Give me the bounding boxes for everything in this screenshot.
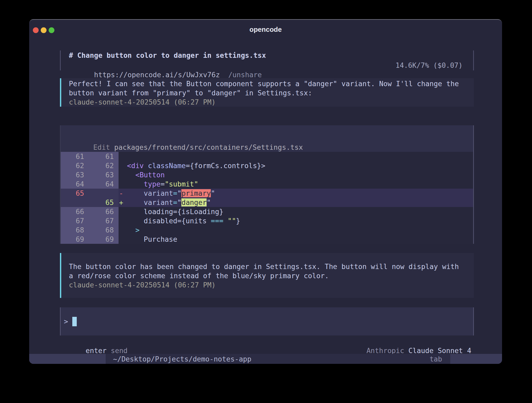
diff-new-line-number: 68: [84, 225, 114, 235]
diff-code-segment: ": [177, 198, 181, 206]
diff-new-line-number: [84, 189, 114, 198]
diff-code-segment: =: [173, 189, 177, 197]
unshare-command[interactable]: /unshare: [228, 71, 262, 79]
diff-code-segment: variant: [144, 198, 173, 206]
token-usage: 14.6K/7% ($0.07): [396, 60, 463, 70]
message-text-line: button variant from "primary" to "danger…: [69, 88, 474, 97]
footer: enter send Anthropic Claude Sonnet 4: [29, 335, 502, 345]
diff-old-line-number: 68: [61, 225, 84, 235]
diff-sign: -: [119, 189, 127, 198]
message-text-line: Perfect! I can see that the Button compo…: [69, 79, 474, 88]
diff-code-segment: <div: [127, 162, 144, 170]
diff-new-line-number: 67: [84, 216, 114, 225]
provider-label: Anthropic: [366, 347, 408, 355]
assistant-message: Perfect! I can see that the Button compo…: [60, 78, 474, 107]
diff-gutter: 6969: [61, 235, 119, 244]
prompt-input[interactable]: >: [60, 307, 474, 335]
diff-code-segment: primary: [181, 189, 211, 197]
mode-indicator[interactable]: BUILD MODE: [450, 354, 502, 364]
diff-code-segment: >: [135, 226, 140, 234]
diff-code-segment: variant: [144, 189, 173, 197]
diff-sign: [119, 170, 127, 179]
diff-sign: [119, 207, 127, 216]
assistant-message: The button color has been changed to dan…: [60, 253, 474, 298]
diff-code-segment: [127, 189, 144, 197]
diff-code-segment: className: [148, 162, 186, 170]
diff-code-segment: [127, 226, 135, 234]
diff-code: loading={isLoading}: [127, 207, 223, 216]
diff-gutter: 6262: [61, 161, 119, 170]
diff-old-line-number: 67: [61, 216, 84, 225]
diff-code: <div className={formCs.controls}>: [127, 161, 265, 170]
diff-gutter: 6868: [61, 225, 119, 235]
window-title: opencode: [29, 25, 502, 34]
diff-code-segment: [144, 162, 148, 170]
diff-row: 6666 loading={isLoading}: [61, 207, 473, 216]
diff-code: disabled={units === ""}: [127, 216, 240, 225]
status-bar: opencode v0.3.11 ~/Desktop/Projects/demo…: [29, 354, 502, 364]
diff-row: 6868 >: [61, 225, 473, 235]
diff-gutter: 65: [61, 198, 119, 207]
diff-code-segment: [127, 180, 144, 188]
diff-code: type="submit": [127, 179, 198, 189]
diff-code-segment: ": [207, 198, 211, 206]
diff-sign: [119, 216, 127, 225]
diff-gutter: 6666: [61, 207, 119, 216]
send-label: send: [107, 347, 128, 355]
app-name: opencode v0.3.11: [29, 354, 106, 364]
edit-file-path: packages/frontend/src/containers/Setting…: [114, 143, 303, 151]
diff-code: <Button: [127, 170, 165, 179]
diff-code-segment: [223, 217, 228, 225]
message-text-line: a red/rose color scheme instead of the b…: [69, 271, 474, 280]
diff-old-line-number: 61: [61, 152, 84, 161]
diff-sign: [119, 179, 127, 189]
diff-row: 6262<div className={formCs.controls}>: [61, 161, 473, 170]
enter-key-hint: enter: [86, 347, 107, 355]
edit-file-path: [110, 143, 114, 151]
diff-code-segment: disabled={units: [127, 217, 211, 225]
diff-code-segment: type: [144, 180, 161, 188]
diff-view: 61616262<div className={formCs.controls}…: [61, 152, 473, 244]
model-label: Claude Sonnet 4: [408, 347, 471, 355]
diff-old-line-number: 66: [61, 207, 84, 216]
diff-row: 6363 <Button: [61, 170, 473, 179]
diff-code-segment: ": [211, 189, 215, 197]
diff-sign: [119, 152, 127, 161]
diff-gutter: 65: [61, 189, 119, 198]
text-cursor: [72, 317, 77, 326]
diff-row: 6767 disabled={units === ""}: [61, 216, 473, 225]
window-titlebar: opencode: [29, 20, 502, 34]
diff-gutter: 6464: [61, 179, 119, 189]
message-meta: claude-sonnet-4-20250514 (06:27 PM): [69, 280, 474, 290]
prompt-symbol: >: [64, 317, 68, 326]
diff-code-segment: [127, 171, 135, 179]
diff-sign: +: [119, 198, 127, 207]
diff-gutter: 6161: [61, 152, 119, 161]
edit-tool-header: Edit packages/frontend/src/containers/Se…: [61, 125, 473, 143]
working-directory: ~/Desktop/Projects/demo-notes-app: [113, 354, 252, 364]
diff-sign: [119, 225, 127, 235]
edit-action-label: Edit: [93, 143, 110, 151]
diff-new-line-number: 62: [84, 161, 114, 170]
session-share-url[interactable]: https://opencode.ai/s/UwJxv76z: [94, 71, 220, 79]
diff-code-segment: <Button: [135, 171, 165, 179]
opencode-window: opencode # Change button color to danger…: [29, 19, 502, 364]
diff-new-line-number: 63: [84, 170, 114, 179]
diff-gutter: 6363: [61, 170, 119, 179]
diff-new-line-number: 61: [84, 152, 114, 161]
diff-row: 65+ variant="danger": [61, 198, 473, 207]
diff-row: 6969 Purchase: [61, 235, 473, 244]
diff-code-segment: Purchase: [127, 235, 177, 243]
diff-code: variant="danger": [127, 198, 211, 207]
diff-old-line-number: 62: [61, 161, 84, 170]
diff-code-segment: ={formCs.controls}>: [186, 162, 265, 170]
diff-old-line-number: [61, 198, 84, 207]
diff-code-segment: }: [236, 217, 240, 225]
diff-row: 65- variant="primary": [61, 189, 473, 198]
edit-tool-panel: Edit packages/frontend/src/containers/Se…: [60, 125, 474, 244]
diff-old-line-number: 69: [61, 235, 84, 244]
diff-code: >: [127, 225, 140, 235]
diff-new-line-number: 65: [84, 198, 114, 207]
diff-old-line-number: 63: [61, 170, 84, 179]
message-meta: claude-sonnet-4-20250514 (06:27 PM): [69, 97, 474, 107]
